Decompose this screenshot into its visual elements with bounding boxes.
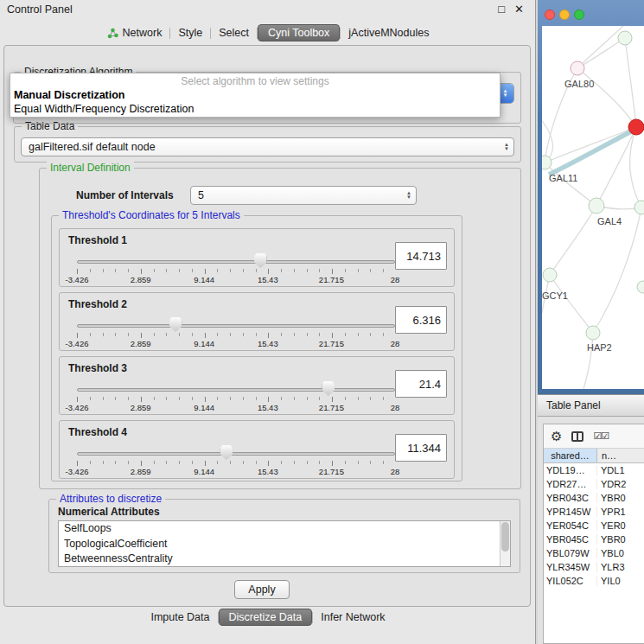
slider-track[interactable] <box>77 452 395 456</box>
table-row[interactable]: YBR045CYBR0 <box>544 532 644 546</box>
table-cell: YPR1 <box>597 507 644 517</box>
table-row[interactable]: YER054CYER0 <box>544 519 644 532</box>
scrollbar[interactable] <box>500 521 510 566</box>
network-node[interactable] <box>634 201 644 214</box>
tab-impute-data[interactable]: Impute Data <box>143 609 217 626</box>
tab-infer-network[interactable]: Infer Network <box>313 609 392 626</box>
attributes-group: Attributes to discretize Numerical Attri… <box>48 499 520 573</box>
attribute-item[interactable]: BetweennessCentrality <box>59 552 510 567</box>
dropdown-placeholder: Select algorithm to view settings <box>10 73 500 88</box>
node-label[interactable]: GAL11 <box>549 173 577 183</box>
close-traffic-light-icon[interactable] <box>545 10 555 20</box>
node-label[interactable]: HAP2 <box>587 342 612 353</box>
slider-track[interactable] <box>77 388 395 392</box>
table-cell: YBR0 <box>597 493 644 503</box>
table-row[interactable]: YPR145WYPR1 <box>544 505 644 519</box>
node-label[interactable]: GAL80 <box>564 79 594 89</box>
slider-track[interactable] <box>77 260 395 264</box>
group-title: Attributes to discretize <box>56 493 165 505</box>
apply-button[interactable]: Apply <box>234 580 290 599</box>
table-data-combobox[interactable]: galFiltered.sif default node ▲▼ <box>21 137 514 156</box>
slider-track[interactable] <box>77 324 395 328</box>
table-row[interactable]: YDR27…YDR2 <box>544 477 644 491</box>
threshold-row: Threshold 3 -3.4262.8599.14415.4321.7152… <box>59 356 455 415</box>
slider-scale: -3.4262.8599.14415.4321.71528 <box>77 467 395 477</box>
cyni-toolbox-panel: Discretization Algorithm ▲▼ Select algor… <box>3 45 531 607</box>
zoom-traffic-light-icon[interactable] <box>574 10 584 20</box>
column-header-name[interactable]: n… <box>597 449 644 462</box>
select-columns-icon[interactable]: ☑☑ <box>593 430 609 442</box>
network-node[interactable] <box>637 281 644 293</box>
highlighted-edge[interactable] <box>549 130 634 175</box>
scale-label: 28 <box>391 275 400 284</box>
network-canvas[interactable]: GAL80 GAL11 GAL4 GCY1 HAP2 <box>542 26 644 389</box>
table-row[interactable]: YIL052CYIL0 <box>544 574 644 588</box>
top-tab-bar: Network Style Select Cyni Toolbox jActiv… <box>0 24 536 41</box>
node-label[interactable]: GCY1 <box>542 290 568 301</box>
tab-jactivemodules[interactable]: jActiveMNodules <box>341 24 437 41</box>
tab-network[interactable]: Network <box>99 24 170 41</box>
number-of-intervals-combobox[interactable]: 5 ▲▼ <box>190 186 417 205</box>
slider-thumb[interactable] <box>322 381 335 396</box>
numerical-attributes-list[interactable]: SelfLoopsTopologicalCoefficientBetweenne… <box>58 520 511 567</box>
threshold-value-field[interactable]: 6.316 <box>395 306 447 334</box>
tab-cyni-toolbox[interactable]: Cyni Toolbox <box>258 24 340 41</box>
table-row[interactable]: YBR043CYBR0 <box>544 491 644 505</box>
network-node[interactable] <box>571 61 584 75</box>
minimize-traffic-light-icon[interactable] <box>559 10 570 20</box>
combo-stepper-icon[interactable]: ▲▼ <box>500 138 513 156</box>
dropdown-option-equal-width[interactable]: Equal Width/Frequency Discretization <box>10 102 500 116</box>
number-of-intervals-label: Number of Intervals <box>76 189 174 201</box>
table-row[interactable]: YBL079WYBL0 <box>544 546 644 560</box>
threshold-slider[interactable]: -3.4262.8599.14415.4321.71528 <box>77 317 395 350</box>
threshold-slider[interactable]: -3.4262.8599.14415.4321.71528 <box>77 445 395 478</box>
table-header-row: shared… n… <box>544 449 644 463</box>
node-label[interactable]: GAL4 <box>597 216 622 226</box>
table-row[interactable]: YLR345WYLR3 <box>544 560 644 574</box>
threshold-value-field[interactable]: 21.4 <box>395 370 447 398</box>
scale-label: 21.715 <box>319 275 344 284</box>
gear-icon[interactable]: ⚙ <box>551 430 562 443</box>
combo-stepper-icon[interactable]: ▲▼ <box>402 187 416 204</box>
table-cell: YBR043C <box>544 493 597 503</box>
scale-label: 2.859 <box>131 339 151 348</box>
table-cell: YBR045C <box>544 534 597 545</box>
tab-discretize-data[interactable]: Discretize Data <box>219 609 313 626</box>
table-cell: YBR0 <box>597 534 644 545</box>
table-cell: YDL1 <box>597 465 644 475</box>
network-node-selected[interactable] <box>628 119 644 135</box>
scale-label: -3.426 <box>66 275 89 284</box>
network-node[interactable] <box>618 31 632 45</box>
threshold-label: Threshold 2 <box>68 298 127 310</box>
table-row[interactable]: YDL19…YDL1 <box>544 463 644 477</box>
close-icon[interactable]: ✕ <box>514 3 524 16</box>
threshold-value-field[interactable]: 14.713 <box>395 242 447 270</box>
group-title: Threshold's Coordinates for 5 Intervals <box>59 209 244 221</box>
threshold-slider[interactable]: -3.4262.8599.14415.4321.71528 <box>77 253 395 286</box>
table-panel: ⚙ ☑☑ shared… n… YDL19…YDL1YDR27…YDR2YBR0… <box>538 417 644 644</box>
table-cell: YPR145W <box>544 507 597 517</box>
threshold-value-field[interactable]: 11.344 <box>395 434 447 462</box>
slider-scale: -3.4262.8599.14415.4321.71528 <box>77 403 395 413</box>
attribute-item[interactable]: TopologicalCoefficient <box>59 537 510 552</box>
network-node[interactable] <box>542 156 552 169</box>
control-panel: Control Panel □ ✕ Network Style Select <box>0 0 536 644</box>
network-node[interactable] <box>589 198 604 214</box>
slider-thumb[interactable] <box>169 317 182 332</box>
slider-thumb[interactable] <box>254 253 267 268</box>
panel-title: Control Panel <box>7 3 73 16</box>
float-window-icon[interactable]: □ <box>498 3 505 16</box>
network-node[interactable] <box>586 326 600 340</box>
column-header-shared-name[interactable]: shared… <box>544 449 597 462</box>
dropdown-option-manual-discretization[interactable]: Manual Discretization <box>10 88 500 102</box>
tab-style[interactable]: Style <box>170 24 210 41</box>
threshold-slider[interactable]: -3.4262.8599.14415.4321.71528 <box>77 381 395 414</box>
tab-select[interactable]: Select <box>211 24 257 41</box>
slider-major-ticks <box>77 269 396 274</box>
network-node[interactable] <box>543 268 557 282</box>
slider-thumb[interactable] <box>220 445 233 460</box>
scrollbar-thumb[interactable] <box>501 522 509 552</box>
attribute-item[interactable]: SelfLoops <box>59 521 510 537</box>
columns-icon[interactable] <box>571 431 583 442</box>
threshold-row: Threshold 4 -3.4262.8599.14415.4321.7152… <box>59 420 455 479</box>
